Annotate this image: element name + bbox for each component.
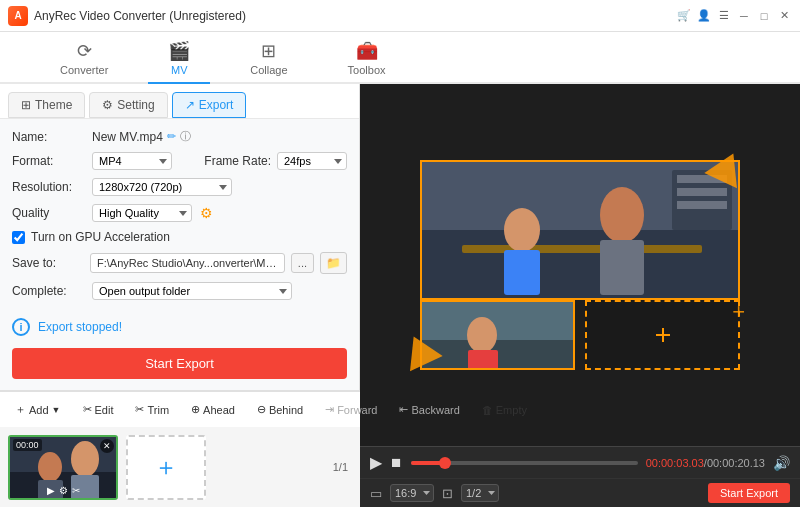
start-export-right-button[interactable]: Start Export (708, 483, 790, 503)
gpu-checkbox-label[interactable]: Turn on GPU Acceleration (12, 230, 170, 244)
clip-cut-icon[interactable]: ✂ (72, 485, 80, 496)
export-stopped-text: Export stopped! (38, 320, 122, 334)
info-circle-icon: i (12, 318, 30, 336)
add-button[interactable]: ＋ Add ▼ (8, 399, 68, 420)
aspect-ratio-select[interactable]: 16:94:31:19:16 (390, 484, 434, 502)
resolution-select[interactable]: 1280x720 (720p)1920x1080 (1080p)3840x216… (92, 178, 232, 196)
ahead-button[interactable]: ⊕ Ahead (184, 400, 242, 419)
add-clip-area (651, 323, 675, 347)
name-edit-icon[interactable]: ✏ (167, 130, 176, 143)
stop-button[interactable]: ⏹ (390, 455, 403, 470)
volume-icon[interactable]: 🔊 (773, 455, 790, 471)
collage-icon: ⊞ (261, 40, 276, 62)
mv-frame-bottom-right (585, 300, 740, 370)
preview-controls: ▶ ⏹ 00:00:03.03/00:00:20.13 🔊 (360, 446, 800, 478)
clip-strip: ✕ 00:00 ▶ ⚙ ✂ ＋ 1/1 (0, 427, 360, 507)
panel-tab-setting[interactable]: ⚙ Setting (89, 92, 167, 118)
aspect-ratio-icon: ▭ (370, 486, 382, 501)
name-info-icon[interactable]: ⓘ (180, 129, 191, 144)
maximize-button[interactable]: □ (756, 8, 772, 24)
progress-bar[interactable] (411, 461, 638, 465)
name-row: Name: New MV.mp4 ✏ ⓘ (12, 129, 347, 144)
gpu-row: Turn on GPU Acceleration (12, 230, 347, 244)
resolution-row: Resolution: 1280x720 (720p)1920x1080 (10… (12, 178, 347, 196)
user-icon[interactable]: 👤 (696, 8, 712, 24)
name-label: Name: (12, 130, 84, 144)
name-value: New MV.mp4 ✏ ⓘ (92, 129, 191, 144)
save-to-row: Save to: F:\AnyRec Studio\Any...onverter… (12, 252, 347, 274)
preview-area: + (360, 84, 800, 446)
trim-button[interactable]: ✂ Trim (128, 400, 176, 419)
format-label: Format: (12, 154, 84, 168)
preview-scene-bl (422, 302, 573, 368)
save-path: F:\AnyRec Studio\Any...onverter\MV Expor… (90, 253, 285, 273)
setting-gear-icon: ⚙ (102, 98, 113, 112)
svg-rect-10 (677, 201, 727, 209)
clip-time-display: 00:00 (13, 439, 42, 451)
clip-play-icon[interactable]: ▶ (47, 485, 55, 496)
behind-icon: ⊖ (257, 403, 266, 416)
svg-rect-14 (468, 350, 498, 370)
tab-converter[interactable]: ⟳ Converter (40, 34, 128, 84)
clip-settings-icon[interactable]: ⚙ (59, 485, 68, 496)
tab-mv-label: MV (171, 64, 188, 76)
format-select[interactable]: MP4MKVMOVAVI (92, 152, 172, 170)
tab-collage[interactable]: ⊞ Collage (230, 34, 307, 84)
zoom-select[interactable]: 1/21/11/4 (461, 484, 499, 502)
fps-select[interactable]: 24fps25fps30fps60fps (277, 152, 347, 170)
shop-icon[interactable]: 🛒 (676, 8, 692, 24)
svg-point-3 (504, 208, 540, 252)
play-button[interactable]: ▶ (370, 453, 382, 472)
browse-button[interactable]: ... (291, 253, 314, 273)
right-panel: + (360, 84, 800, 507)
gpu-checkbox[interactable] (12, 231, 25, 244)
quality-gear-icon[interactable]: ⚙ (200, 205, 213, 221)
minimize-button[interactable]: ─ (736, 8, 752, 24)
panel-tabs: ⊞ Theme ⚙ Setting ↗ Export (0, 84, 359, 119)
start-export-left-button[interactable]: Start Export (12, 348, 347, 379)
start-export-left-area: Start Export (12, 348, 347, 379)
clip-thumbnail: ✕ 00:00 ▶ ⚙ ✂ (8, 435, 118, 500)
panel-tab-export[interactable]: ↗ Export (172, 92, 247, 118)
clip-controls: ▶ ⚙ ✂ (10, 485, 116, 496)
quality-select[interactable]: High QualityMedium QualityLow Quality (92, 204, 192, 222)
menu-icon[interactable]: ☰ (716, 8, 732, 24)
progress-thumb (439, 457, 451, 469)
tab-toolbox[interactable]: 🧰 Toolbox (328, 34, 406, 84)
add-clip-button[interactable]: ＋ (126, 435, 206, 500)
svg-point-21 (71, 441, 99, 477)
add-chevron-icon: ▼ (52, 405, 61, 415)
edit-button[interactable]: ✂ Edit (76, 400, 121, 419)
svg-point-5 (600, 187, 644, 243)
svg-point-13 (467, 317, 497, 353)
folder-icon-button[interactable]: 📁 (320, 252, 347, 274)
svg-rect-1 (422, 230, 738, 300)
backward-button[interactable]: ⇤ Backward (392, 400, 466, 419)
resolution-label: Resolution: (12, 180, 84, 194)
panel-tab-theme[interactable]: ⊞ Theme (8, 92, 85, 118)
tab-mv[interactable]: 🎬 MV (148, 34, 210, 84)
behind-button[interactable]: ⊖ Behind (250, 400, 310, 419)
add-clip-icon (651, 323, 675, 347)
settings-form: Name: New MV.mp4 ✏ ⓘ Format: MP4MKVMOVAV… (0, 119, 359, 310)
zoom-icon: ⊡ (442, 486, 453, 501)
mv-icon: 🎬 (168, 40, 190, 62)
complete-row: Complete: Open output folderDo nothingSh… (12, 282, 347, 300)
close-button[interactable]: ✕ (776, 8, 792, 24)
app-title: AnyRec Video Converter (Unregistered) (34, 9, 676, 23)
scene-svg-top (422, 160, 738, 300)
titlebar-controls: 🛒 👤 ☰ ─ □ ✕ (676, 8, 792, 24)
time-display: 00:00:03.03/00:00:20.13 (646, 457, 765, 469)
clip-close-button[interactable]: ✕ (100, 439, 114, 453)
format-row: Format: MP4MKVMOVAVI Frame Rate: 24fps25… (12, 152, 347, 170)
forward-button[interactable]: ⇥ Forward (318, 400, 384, 419)
complete-label: Complete: (12, 284, 84, 298)
ahead-icon: ⊕ (191, 403, 200, 416)
complete-select[interactable]: Open output folderDo nothingShut down co… (92, 282, 292, 300)
time-total: 00:00:20.13 (707, 457, 765, 469)
empty-button[interactable]: 🗑 Empty (475, 401, 534, 419)
titlebar: A AnyRec Video Converter (Unregistered) … (0, 0, 800, 32)
tab-toolbox-label: Toolbox (348, 64, 386, 76)
frame-rate-group: Frame Rate: 24fps25fps30fps60fps (204, 152, 347, 170)
backward-icon: ⇤ (399, 403, 408, 416)
